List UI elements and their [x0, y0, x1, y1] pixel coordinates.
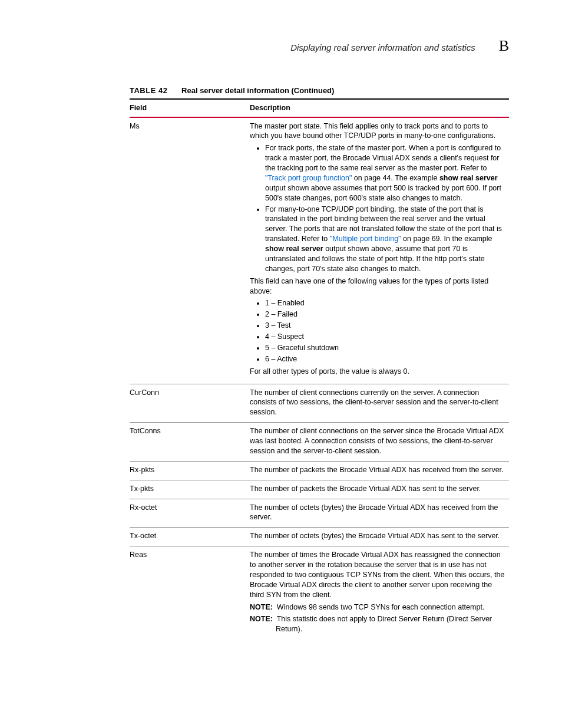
header-section-letter: B [499, 35, 509, 56]
note-text: Windows 98 sends two TCP SYNs for each c… [277, 603, 485, 611]
field-description: The number of client connections current… [250, 384, 509, 423]
desc-paragraph: This field can have one of the following… [250, 276, 507, 297]
note: NOTE: Windows 98 sends two TCP SYNs for … [250, 602, 507, 612]
field-name: CurConn [130, 384, 250, 423]
table-header-row: Field Description [130, 99, 509, 117]
table-row: Tx-pkts The number of packets the Brocad… [130, 480, 509, 499]
link-multiple-port-binding[interactable]: "Multiple port binding" [330, 235, 401, 243]
list-item: 4 – Suspect [265, 332, 507, 342]
field-name: Tx-octet [130, 528, 250, 546]
list-item: 3 – Test [265, 321, 507, 331]
table-container: TABLE 42 Real server detail information … [130, 85, 509, 641]
field-name: Rx-octet [130, 499, 250, 528]
table-number: TABLE 42 [130, 86, 167, 95]
field-description: The number of octets (bytes) the Brocade… [250, 528, 509, 546]
list-item: For many-to-one TCP/UDP port binding, th… [265, 205, 507, 274]
note: NOTE: This statistic does not apply to D… [250, 614, 507, 634]
field-name: Tx-pkts [130, 480, 250, 499]
col-description: Description [250, 99, 509, 117]
list-item: 1 – Enabled [265, 298, 507, 308]
table-row: Reas The number of times the Brocade Vir… [130, 546, 509, 642]
field-name: Ms [130, 117, 250, 384]
col-field: Field [130, 99, 250, 117]
note-text: This statistic does not apply to Direct … [276, 615, 492, 633]
desc-paragraph: The number of times the Brocade Virtual … [250, 550, 507, 599]
page: Displaying real server information and s… [0, 0, 562, 728]
text: output shown above assumes that port 500… [265, 184, 501, 202]
link-track-port-group[interactable]: "Track port group function" [265, 174, 352, 182]
desc-paragraph: The master port state. This field applie… [250, 121, 507, 141]
field-name: Reas [130, 546, 250, 642]
field-description: The number of packets the Brocade Virtua… [250, 480, 509, 499]
desc-list: 1 – Enabled 2 – Failed 3 – Test 4 – Susp… [250, 298, 507, 364]
note-label: NOTE: [250, 603, 273, 611]
field-description: The number of packets the Brocade Virtua… [250, 461, 509, 480]
table-caption: TABLE 42 Real server detail information … [130, 85, 509, 96]
list-item: 5 – Graceful shutdown [265, 343, 507, 353]
text: on page 44. The example [352, 174, 439, 182]
desc-list: For track ports, the state of the master… [250, 143, 507, 274]
command-text: show real server [265, 245, 323, 253]
field-name: TotConns [130, 423, 250, 462]
list-item: 6 – Active [265, 354, 507, 364]
table-title: Real server detail information (Continue… [181, 86, 334, 95]
field-description: The number of times the Brocade Virtual … [250, 546, 509, 642]
note-label: NOTE: [250, 615, 273, 623]
desc-paragraph: For all other types of ports, the value … [250, 367, 507, 377]
text: on page 69. In the example [401, 235, 492, 243]
table-row: Rx-pkts The number of packets the Brocad… [130, 461, 509, 480]
list-item: For track ports, the state of the master… [265, 143, 507, 203]
field-name: Rx-pkts [130, 461, 250, 480]
list-item: 2 – Failed [265, 309, 507, 319]
table-row: Tx-octet The number of octets (bytes) th… [130, 528, 509, 546]
table-row: Ms The master port state. This field app… [130, 117, 509, 384]
table-row: TotConns The number of client connection… [130, 423, 509, 462]
header-title: Displaying real server information and s… [290, 42, 475, 54]
table-row: Rx-octet The number of octets (bytes) th… [130, 499, 509, 528]
field-description: The master port state. This field applie… [250, 117, 509, 384]
field-description: The number of client connections on the … [250, 423, 509, 462]
real-server-detail-table: Field Description Ms The master port sta… [130, 98, 509, 642]
table-row: CurConn The number of client connections… [130, 384, 509, 423]
text: For track ports, the state of the master… [265, 144, 501, 172]
field-description: The number of octets (bytes) the Brocade… [250, 499, 509, 528]
page-header: Displaying real server information and s… [53, 35, 509, 56]
command-text: show real server [439, 174, 498, 182]
